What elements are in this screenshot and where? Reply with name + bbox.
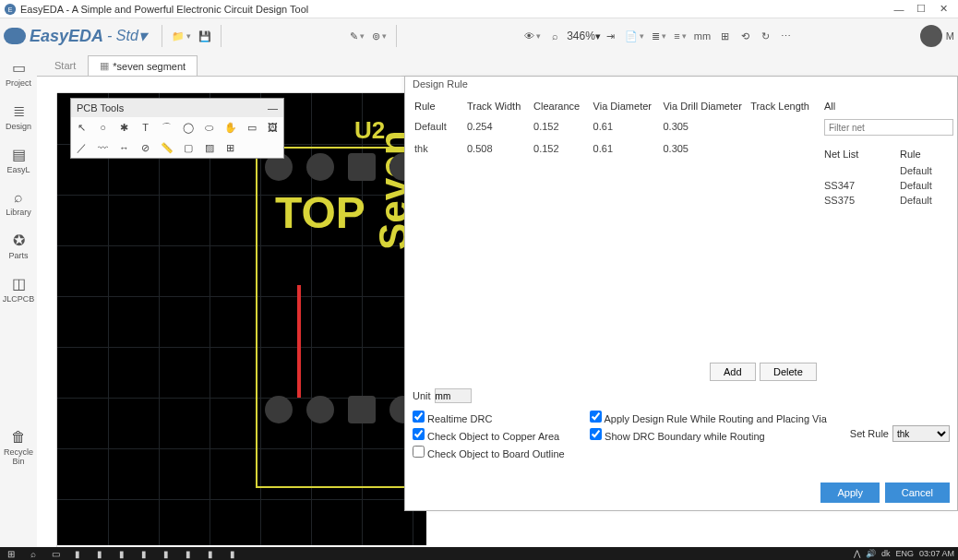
set-rule-select[interactable]: thk bbox=[892, 425, 950, 442]
pad-tool[interactable]: ○ bbox=[92, 117, 114, 137]
file-open-button[interactable]: 📁▾ bbox=[168, 23, 195, 49]
pad bbox=[265, 396, 293, 423]
add-rule-button[interactable]: Add bbox=[710, 363, 756, 381]
net-list-pane: All Net List Rule Default SS347Default S… bbox=[820, 97, 952, 208]
share-button[interactable]: ⟲ bbox=[735, 23, 755, 49]
minimize-button[interactable]: — bbox=[888, 4, 910, 15]
preview-button[interactable]: 👁▾ bbox=[521, 23, 545, 49]
maximize-button[interactable]: ☐ bbox=[910, 3, 932, 15]
unit-value-input[interactable] bbox=[435, 388, 472, 403]
table-row[interactable]: Default 0.254 0.152 0.61 0.305 bbox=[411, 115, 817, 137]
tray-icon[interactable]: ⋀ bbox=[854, 549, 860, 558]
history-button[interactable]: ↻ bbox=[755, 23, 775, 49]
fit-button[interactable]: ⇥ bbox=[601, 23, 621, 49]
taskview-button[interactable]: ▭ bbox=[44, 547, 66, 560]
image-tool[interactable]: 🖼 bbox=[262, 117, 283, 137]
measure-tool[interactable]: 📏 bbox=[156, 137, 177, 158]
start-button[interactable]: ⊞ bbox=[0, 547, 22, 560]
rail-easyl[interactable]: ▤EasyL bbox=[0, 140, 37, 184]
cancel-button[interactable]: Cancel bbox=[885, 483, 950, 503]
rail-library[interactable]: ⌕Library bbox=[0, 184, 37, 226]
tab-start[interactable]: Start bbox=[42, 55, 88, 76]
net-row[interactable]: SS347Default bbox=[820, 178, 952, 193]
table-row[interactable]: thk 0.508 0.152 0.61 0.305 bbox=[411, 137, 817, 160]
rail-jlcpcb[interactable]: ◫JLCPCB bbox=[0, 269, 37, 313]
taskbar-app[interactable]: ▮ bbox=[111, 547, 133, 560]
trash-icon: 🗑 bbox=[0, 429, 37, 446]
cell-rule: Default bbox=[411, 121, 463, 132]
set-rule-row: Set Rule thk bbox=[850, 425, 950, 442]
arc-tool[interactable]: ⌒ bbox=[156, 117, 177, 137]
copper-tool[interactable]: ▨ bbox=[198, 137, 220, 158]
brand-logo[interactable]: EasyEDA - Std ▾ bbox=[4, 26, 147, 46]
align-button[interactable]: ≡▾ bbox=[670, 23, 690, 49]
taskbar-app[interactable]: ▮ bbox=[133, 547, 155, 560]
save-button[interactable]: 💾 bbox=[195, 23, 215, 49]
polyline-tool[interactable]: 〰 bbox=[92, 137, 114, 158]
pcb-tools-titlebar[interactable]: PCB Tools — bbox=[71, 99, 283, 117]
group-tool[interactable]: ⊞ bbox=[220, 137, 241, 158]
taskbar-app[interactable]: ▮ bbox=[89, 547, 111, 560]
check-show-boundary[interactable]: Show DRC Boundary while Routing bbox=[590, 426, 867, 444]
table-header: Rule Track Width Clearance Via Diameter … bbox=[411, 97, 817, 115]
rail-label: Design bbox=[0, 122, 37, 131]
cell-track: 0.508 bbox=[463, 143, 530, 154]
rail-parts[interactable]: ✪Parts bbox=[0, 226, 37, 269]
net-row[interactable]: SS375Default bbox=[820, 193, 952, 208]
check-apply-routing[interactable]: Apply Design Rule While Routing and Plac… bbox=[590, 409, 867, 426]
project-icon: ▭ bbox=[0, 59, 37, 77]
track-tool-button[interactable]: ✎▾ bbox=[346, 23, 368, 49]
tab-seven-segment[interactable]: ▦*seven segment bbox=[88, 55, 198, 76]
language-indicator[interactable]: ENG bbox=[895, 549, 914, 558]
window-titlebar: E EasyEDA - A Simple and Powerful Electr… bbox=[0, 0, 958, 18]
select-tool[interactable]: ↖ bbox=[71, 117, 92, 137]
check-label: Realtime DRC bbox=[427, 413, 492, 424]
net-row[interactable]: Default bbox=[820, 163, 952, 178]
dimension-tool[interactable]: ↔ bbox=[114, 137, 135, 158]
hole-tool[interactable]: ⊘ bbox=[135, 137, 156, 158]
rail-recycle[interactable]: 🗑Recycle Bin bbox=[0, 423, 37, 475]
line-tool[interactable]: ／ bbox=[71, 137, 92, 158]
region-tool[interactable]: ▭ bbox=[241, 117, 262, 137]
clock[interactable]: 03:07 AM bbox=[919, 549, 954, 558]
col-all[interactable]: All bbox=[820, 97, 896, 115]
zoom-out-button[interactable]: ⌕ bbox=[545, 23, 565, 49]
check-board-outline[interactable]: Check Object to Board Outline bbox=[413, 444, 809, 461]
pcb-tools-panel[interactable]: PCB Tools — ↖ ○ ✱ T ⌒ ◯ ⬭ ✋ ▭ 🖼 ／ 〰 ↔ ⊘ … bbox=[70, 98, 284, 159]
layer-button[interactable]: ≣▾ bbox=[648, 23, 670, 49]
tray-volume-icon[interactable]: 🔊 bbox=[866, 549, 876, 558]
taskbar-app[interactable]: ▮ bbox=[177, 547, 199, 560]
rail-label: EasyL bbox=[0, 165, 37, 174]
search-button[interactable]: ⌕ bbox=[22, 547, 44, 560]
hand-tool[interactable]: ✋ bbox=[220, 117, 241, 137]
close-button[interactable]: ✕ bbox=[932, 3, 954, 15]
units-button[interactable]: mm bbox=[690, 23, 714, 49]
net-rule: Default bbox=[896, 178, 952, 193]
ellipse-tool[interactable]: ⬭ bbox=[198, 117, 220, 137]
via-tool[interactable]: ✱ bbox=[114, 117, 135, 137]
filter-net-input[interactable] bbox=[824, 119, 953, 136]
text-tool[interactable]: T bbox=[135, 117, 156, 137]
tab-label: *seven segment bbox=[113, 61, 186, 72]
taskbar-app[interactable]: ▮ bbox=[66, 547, 89, 560]
rail-design[interactable]: ≣Design bbox=[0, 97, 37, 140]
app-icon: E bbox=[4, 3, 17, 16]
delete-rule-button[interactable]: Delete bbox=[760, 363, 817, 381]
cell-rule: thk bbox=[411, 143, 463, 154]
rect-tool[interactable]: ▢ bbox=[177, 137, 198, 158]
snap-button[interactable]: ⊞ bbox=[714, 23, 735, 49]
user-avatar[interactable] bbox=[920, 25, 942, 47]
apply-button[interactable]: Apply bbox=[820, 483, 880, 503]
keyboard-layout[interactable]: dk bbox=[881, 549, 891, 558]
col-track-length: Track Length bbox=[747, 101, 817, 112]
taskbar-app[interactable]: ▮ bbox=[222, 547, 244, 560]
rail-project[interactable]: ▭Project bbox=[0, 54, 37, 97]
export-button[interactable]: 📄▾ bbox=[621, 23, 648, 49]
more-button[interactable]: ⋯ bbox=[775, 23, 796, 49]
taskbar-app[interactable]: ▮ bbox=[199, 547, 222, 560]
minimize-icon[interactable]: — bbox=[268, 102, 278, 113]
via-tool-button[interactable]: ⊚▾ bbox=[368, 23, 390, 49]
taskbar-app[interactable]: ▮ bbox=[155, 547, 177, 560]
zoom-level[interactable]: 346% bbox=[567, 30, 595, 42]
circle-tool[interactable]: ◯ bbox=[177, 117, 198, 137]
